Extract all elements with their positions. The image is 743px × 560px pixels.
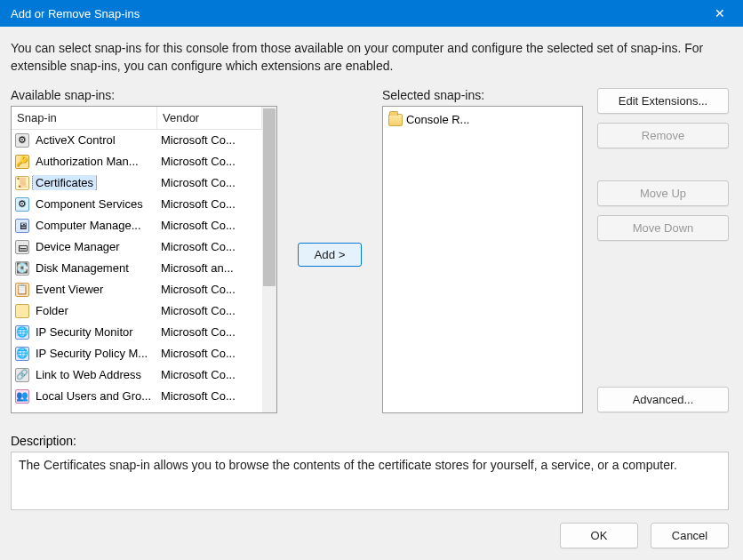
column-header-snapin[interactable]: Snap-in	[12, 107, 157, 129]
link-icon: 🔗	[15, 368, 29, 382]
users-icon: 👥	[15, 389, 29, 404]
table-row[interactable]: 💽Disk ManagementMicrosoft an...	[12, 258, 262, 279]
column-header-vendor[interactable]: Vendor	[157, 107, 262, 129]
available-list[interactable]: Snap-in Vendor ⚙ActiveX ControlMicrosoft…	[11, 106, 277, 413]
advanced-button[interactable]: Advanced...	[597, 387, 729, 412]
table-row[interactable]: 🖥Computer Manage...Microsoft Co...	[12, 215, 262, 236]
folder-icon	[15, 304, 29, 318]
snapin-name: Event Viewer	[33, 282, 106, 297]
snapin-vendor: Microsoft Co...	[161, 155, 262, 168]
edit-extensions-button[interactable]: Edit Extensions...	[597, 88, 729, 114]
snapin-vendor: Microsoft Co...	[161, 197, 262, 211]
snapin-name: IP Security Monitor	[33, 324, 136, 340]
right-button-column: Edit Extensions... Remove Move Up Move D…	[597, 88, 729, 421]
available-label: Available snap-ins:	[11, 88, 277, 102]
snapin-vendor: Microsoft Co...	[161, 176, 262, 189]
available-list-header[interactable]: Snap-in Vendor	[12, 107, 262, 130]
available-scrollbar[interactable]	[262, 107, 276, 412]
selected-label: Selected snap-ins:	[382, 88, 583, 102]
event-icon: 📋	[15, 283, 29, 297]
table-row[interactable]: 📜CertificatesMicrosoft Co...	[12, 172, 262, 194]
comp-icon: ⚙	[15, 197, 29, 212]
snapin-name: Computer Manage...	[33, 218, 144, 233]
move-down-button: Move Down	[597, 215, 729, 241]
snapin-vendor: Microsoft Co...	[161, 304, 262, 317]
table-row[interactable]: 📋Event ViewerMicrosoft Co...	[12, 279, 262, 300]
table-row[interactable]: 🖴Device ManagerMicrosoft Co...	[12, 236, 262, 258]
selected-column: Selected snap-ins: Console R...	[382, 88, 583, 421]
mgmt-icon: 🖥	[15, 219, 29, 233]
ipsec-icon: 🌐	[15, 325, 29, 340]
footer-buttons: OK Cancel	[11, 523, 729, 548]
snapin-name: Device Manager	[33, 239, 123, 254]
selected-item-label: Console R...	[406, 113, 470, 126]
disk-icon: 💽	[15, 261, 29, 276]
intro-text: You can select snap-ins for this console…	[11, 39, 729, 76]
snapin-name: IP Security Policy M...	[33, 346, 150, 361]
ipsec-icon: 🌐	[15, 347, 29, 361]
table-row[interactable]: ⚙Component ServicesMicrosoft Co...	[12, 194, 262, 215]
snapin-name: Link to Web Address	[33, 367, 144, 382]
cancel-button[interactable]: Cancel	[651, 523, 729, 548]
snapin-name: Component Services	[33, 196, 146, 212]
table-row[interactable]: 👥Local Users and Gro...Microsoft Co...	[12, 386, 262, 407]
table-row[interactable]: 🌐IP Security MonitorMicrosoft Co...	[12, 322, 262, 343]
snapin-name: Authorization Man...	[33, 154, 141, 169]
table-row[interactable]: 🔑Authorization Man...Microsoft Co...	[12, 151, 262, 172]
close-icon[interactable]: ✕	[704, 0, 736, 27]
dev-icon: 🖴	[15, 240, 29, 254]
add-button[interactable]: Add >	[298, 243, 362, 267]
snapin-name: Disk Management	[33, 260, 132, 276]
snapin-vendor: Microsoft Co...	[161, 240, 262, 253]
scrollbar-thumb[interactable]	[263, 108, 276, 286]
snapin-vendor: Microsoft Co...	[161, 219, 262, 232]
dialog-content: You can select snap-ins for this console…	[0, 27, 743, 557]
table-row[interactable]: 🔗Link to Web AddressMicrosoft Co...	[12, 364, 262, 386]
snapin-name: ActiveX Control	[33, 132, 118, 148]
titlebar: Add or Remove Snap-ins ✕	[0, 0, 743, 27]
cert-icon: 📜	[15, 176, 29, 190]
gear-icon: ⚙	[15, 133, 29, 148]
snapin-vendor: Microsoft Co...	[161, 368, 262, 381]
table-row[interactable]: 🌐IP Security Policy M...Microsoft Co...	[12, 343, 262, 364]
move-up-button: Move Up	[597, 180, 729, 206]
dialog-title: Add or Remove Snap-ins	[11, 7, 704, 20]
selected-list[interactable]: Console R...	[382, 106, 583, 413]
description-text: The Certificates snap-in allows you to b…	[19, 458, 677, 472]
table-row[interactable]: ⚙ActiveX ControlMicrosoft Co...	[12, 130, 262, 151]
remove-button: Remove	[597, 123, 729, 148]
snapin-vendor: Microsoft Co...	[161, 133, 262, 147]
snapin-vendor: Microsoft Co...	[161, 325, 262, 339]
auth-icon: 🔑	[15, 155, 29, 169]
middle-column: Add >	[292, 88, 368, 421]
main-area: Available snap-ins: Snap-in Vendor ⚙Acti…	[11, 88, 729, 421]
available-column: Available snap-ins: Snap-in Vendor ⚙Acti…	[11, 88, 277, 421]
snapin-vendor: Microsoft an...	[161, 261, 262, 275]
table-row[interactable]: FolderMicrosoft Co...	[12, 300, 262, 322]
folder-icon	[388, 114, 403, 126]
list-item[interactable]: Console R...	[387, 110, 579, 130]
description-label: Description:	[11, 434, 729, 448]
snapin-vendor: Microsoft Co...	[161, 389, 262, 403]
ok-button[interactable]: OK	[560, 523, 638, 548]
snapin-vendor: Microsoft Co...	[161, 283, 262, 296]
snapin-name: Folder	[33, 303, 71, 318]
snapin-name: Certificates	[33, 175, 96, 190]
snapin-vendor: Microsoft Co...	[161, 347, 262, 360]
description-box: The Certificates snap-in allows you to b…	[11, 452, 729, 510]
snapin-name: Local Users and Gro...	[33, 388, 154, 404]
